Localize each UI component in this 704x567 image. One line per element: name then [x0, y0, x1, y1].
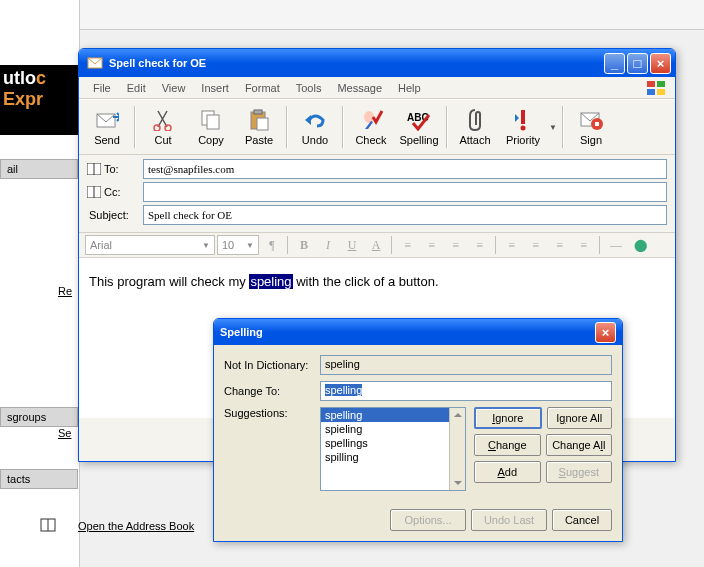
open-address-book-link[interactable]: Open the Address Book	[78, 520, 194, 532]
priority-button[interactable]: Priority	[499, 102, 547, 152]
menu-tools[interactable]: Tools	[288, 80, 330, 96]
check-icon	[359, 108, 383, 132]
minimize-button[interactable]: _	[604, 53, 625, 74]
suggestion-item[interactable]: spieling	[321, 422, 465, 436]
subject-field[interactable]	[143, 205, 667, 225]
svg-rect-11	[207, 115, 219, 129]
options-button[interactable]: Options...	[390, 509, 466, 531]
menu-help[interactable]: Help	[390, 80, 429, 96]
undo-button[interactable]: Undo	[291, 102, 339, 152]
align-right-button[interactable]: ≡	[549, 235, 571, 255]
spelling-icon: ABC	[407, 108, 431, 132]
body-text: This program will check my	[89, 274, 249, 289]
change-button[interactable]: Change	[474, 434, 541, 456]
scrollbar[interactable]	[449, 408, 465, 490]
to-label[interactable]: To:	[87, 163, 143, 175]
attach-icon	[463, 108, 487, 132]
outdent-button[interactable]: ≡	[445, 235, 467, 255]
numbered-list-button[interactable]: ≡	[397, 235, 419, 255]
menu-message[interactable]: Message	[329, 80, 390, 96]
suggestions-label: Suggestions:	[224, 407, 320, 419]
bold-button[interactable]: B	[293, 235, 315, 255]
menu-file[interactable]: File	[85, 80, 119, 96]
paste-icon	[247, 108, 271, 132]
svg-rect-5	[647, 89, 655, 95]
to-field[interactable]	[143, 159, 667, 179]
suggestion-item[interactable]: spellings	[321, 436, 465, 450]
windows-logo-icon	[645, 79, 669, 97]
header-fields: To: Cc: Subject:	[79, 155, 675, 232]
check-button[interactable]: Check	[347, 102, 395, 152]
copy-icon	[199, 108, 223, 132]
sign-icon	[579, 108, 603, 132]
not-in-dictionary-field: speling	[320, 355, 612, 375]
maximize-button[interactable]: □	[627, 53, 648, 74]
svg-rect-13	[254, 110, 262, 114]
size-dropdown[interactable]: 10▼	[217, 235, 259, 255]
suggestions-listbox[interactable]: spelling spieling spellings spilling	[320, 407, 466, 491]
svg-rect-14	[257, 118, 268, 130]
ignore-all-button[interactable]: Ignore All	[547, 407, 613, 429]
body-text: with the click of a button.	[293, 274, 439, 289]
menu-format[interactable]: Format	[237, 80, 288, 96]
change-all-button[interactable]: Change All	[546, 434, 613, 456]
change-to-field[interactable]: spelling	[320, 381, 612, 401]
align-left-button[interactable]: ≡	[501, 235, 523, 255]
paragraph-style-button[interactable]: ¶	[261, 235, 283, 255]
italic-button[interactable]: I	[317, 235, 339, 255]
send-icon	[95, 108, 119, 132]
copy-button[interactable]: Copy	[187, 102, 235, 152]
link-button[interactable]: ⬤	[629, 235, 651, 255]
sidebar-mail[interactable]: ail	[0, 159, 78, 179]
send-button[interactable]: Send	[83, 102, 131, 152]
background-menubar: es Find	[0, 0, 704, 30]
close-button[interactable]: ×	[650, 53, 671, 74]
bullet-list-button[interactable]: ≡	[421, 235, 443, 255]
menu-edit[interactable]: Edit	[119, 80, 154, 96]
ignore-button[interactable]: Ignore	[474, 407, 542, 429]
add-button[interactable]: Add	[474, 461, 541, 483]
bg-link[interactable]: Re	[58, 285, 72, 297]
sign-button[interactable]: Sign	[567, 102, 615, 152]
priority-icon	[511, 108, 535, 132]
spelling-button[interactable]: ABC Spelling	[395, 102, 443, 152]
app-icon	[87, 55, 103, 71]
titlebar[interactable]: Spell check for OE _ □ ×	[79, 49, 675, 77]
paste-button[interactable]: Paste	[235, 102, 283, 152]
dialog-close-button[interactable]: ×	[595, 322, 616, 343]
suggestion-item[interactable]: spelling	[321, 408, 465, 422]
suggestion-item[interactable]: spilling	[321, 450, 465, 464]
svg-rect-4	[657, 81, 665, 87]
undo-last-button: Undo Last	[471, 509, 547, 531]
align-justify-button[interactable]: ≡	[573, 235, 595, 255]
menu-insert[interactable]: Insert	[193, 80, 237, 96]
undo-icon	[303, 108, 327, 132]
toolbar-separator	[446, 106, 448, 148]
dialog-titlebar[interactable]: Spelling ×	[214, 319, 622, 345]
underline-button[interactable]: U	[341, 235, 363, 255]
bg-link[interactable]: Se	[58, 427, 71, 439]
toolbar-separator	[134, 106, 136, 148]
font-dropdown[interactable]: Arial▼	[85, 235, 215, 255]
spelling-dialog: Spelling × Not In Dictionary: speling Ch…	[213, 318, 623, 542]
font-color-button[interactable]: A	[365, 235, 387, 255]
align-center-button[interactable]: ≡	[525, 235, 547, 255]
svg-rect-3	[647, 81, 655, 87]
dialog-title: Spelling	[220, 326, 263, 338]
toolbar: Send Cut Copy Paste Undo Check ABC Spell…	[79, 99, 675, 155]
sidebar-newsgroups[interactable]: sgroups	[0, 407, 78, 427]
toolbar-separator	[342, 106, 344, 148]
cancel-button[interactable]: Cancel	[552, 509, 612, 531]
hr-button[interactable]: —	[605, 235, 627, 255]
cc-field[interactable]	[143, 182, 667, 202]
address-book-icon	[40, 518, 56, 534]
priority-dropdown[interactable]: ▼	[547, 102, 559, 152]
indent-button[interactable]: ≡	[469, 235, 491, 255]
svg-point-9	[165, 125, 171, 131]
sidebar-contacts[interactable]: tacts	[0, 469, 78, 489]
attach-button[interactable]: Attach	[451, 102, 499, 152]
menu-view[interactable]: View	[154, 80, 194, 96]
cc-label[interactable]: Cc:	[87, 186, 143, 198]
cut-button[interactable]: Cut	[139, 102, 187, 152]
format-toolbar: Arial▼ 10▼ ¶ B I U A ≡ ≡ ≡ ≡ ≡ ≡ ≡ ≡ — ⬤	[79, 232, 675, 258]
